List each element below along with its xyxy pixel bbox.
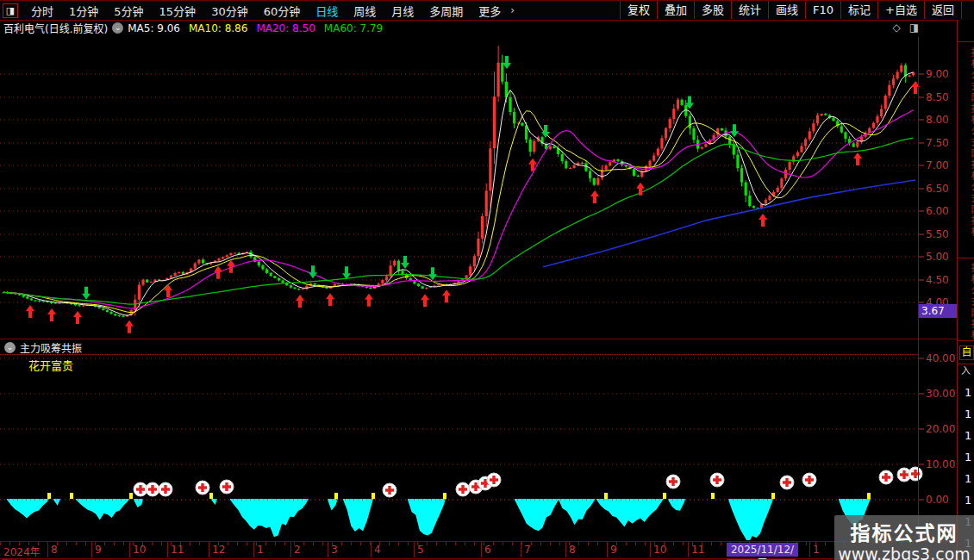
- price-axis-label: 7.00: [926, 159, 955, 171]
- action-f10[interactable]: F10: [805, 1, 840, 19]
- time-axis-separator: [809, 542, 810, 557]
- panel-separator[interactable]: [0, 339, 957, 339]
- action-huaxian[interactable]: 画线: [768, 1, 805, 19]
- action-diejia[interactable]: 叠加: [657, 1, 694, 19]
- corner-icons: ◇ ◨: [892, 22, 919, 34]
- price-axis-label: 5.50: [926, 228, 955, 240]
- current-date-tag: 2025/11/12/三: [727, 543, 798, 557]
- reference-price-tag: 3.67: [919, 304, 958, 318]
- price-axis-label: 6.50: [926, 183, 955, 195]
- time-axis[interactable]: 2025/11/12/三 2024年8910111212345678910111: [0, 541, 957, 559]
- clipped-side-panel: 指标公式网指标公式网指标公式网指标 指标公式网指标 自 入 11111111: [957, 20, 974, 560]
- price-axis-label: 7.50: [926, 137, 955, 149]
- time-axis-separator: [521, 542, 521, 557]
- trading-app-window: ◨ 分时 1分钟 5分钟 15分钟 30分钟 60分钟 日线 周线 月线 多周期…: [0, 0, 974, 560]
- time-axis-month-label: 4: [374, 544, 381, 556]
- ma10-value: MA10: 8.86: [189, 22, 247, 34]
- time-axis-separator: [607, 542, 608, 557]
- period-toolbar: ◨ 分时 1分钟 5分钟 15分钟 30分钟 60分钟 日线 周线 月线 多周期…: [0, 1, 974, 21]
- collapse-chevron-icon[interactable]: ⌄: [112, 22, 123, 34]
- time-axis-month-label: 2024年: [3, 544, 41, 558]
- indicator-header[interactable]: ⌄ 主力吸筹共振: [0, 340, 82, 354]
- site-watermark: 指标公式网 www.zbgs3.com: [834, 515, 974, 560]
- price-axis-label: 4.50: [926, 274, 955, 286]
- clipped-vertical-text: 指标公式网指标公式网指标公式网指标: [967, 47, 974, 238]
- watermark-url: www.zbgs3.com: [834, 544, 974, 560]
- action-fuquan[interactable]: 复权: [620, 1, 657, 19]
- kline-chart-canvas[interactable]: [0, 1, 974, 560]
- time-axis-separator: [290, 542, 291, 557]
- period-tab-1min[interactable]: 1分钟: [61, 3, 106, 19]
- time-axis-separator: [209, 542, 209, 557]
- clipped-digit: 1: [965, 494, 971, 507]
- time-axis-separator: [129, 542, 130, 557]
- clipped-digit: 1: [965, 429, 971, 442]
- time-axis-month-label: 3: [331, 544, 338, 556]
- period-tab-15min[interactable]: 15分钟: [152, 3, 204, 19]
- period-tab-daily[interactable]: 日线: [308, 3, 346, 19]
- indicator-header-divider: [0, 354, 918, 355]
- time-axis-separator: [481, 542, 482, 557]
- period-tab-weekly[interactable]: 周线: [346, 3, 384, 19]
- time-axis-month-label: 1: [257, 544, 264, 556]
- time-axis-month-label: 9: [610, 544, 617, 556]
- price-axis-label: 8.00: [926, 114, 955, 126]
- price-axis-label: 8.50: [926, 91, 955, 103]
- time-axis-separator: [47, 542, 48, 557]
- time-axis-month-label: 11: [691, 544, 704, 556]
- clipped-digit: 1: [965, 451, 971, 464]
- stock-title: 百利电气(日线.前复权): [3, 21, 108, 35]
- diamond-icon[interactable]: ◇: [892, 22, 900, 34]
- indicator-name: 主力吸筹共振: [20, 340, 82, 355]
- period-tab-5min[interactable]: 5分钟: [106, 3, 151, 19]
- action-biaoji[interactable]: 标记: [840, 1, 877, 19]
- indicator-collapse-icon[interactable]: ⌄: [4, 342, 16, 353]
- period-tab-fenshi[interactable]: 分时: [23, 3, 61, 19]
- action-toolbar: 复权 叠加 多股 统计 画线 F10 标记 +自选 返回: [620, 1, 962, 19]
- period-tab-multi[interactable]: 多周期: [421, 3, 471, 19]
- time-axis-month-label: 11: [171, 544, 184, 556]
- price-axis-label: 6.00: [926, 205, 955, 217]
- clipped-digit: 1: [965, 408, 971, 420]
- action-add-watch[interactable]: +自选: [877, 1, 924, 19]
- indicator-axis-label: 20.00: [926, 423, 955, 435]
- more-arrow-icon[interactable]: ›: [509, 4, 515, 16]
- clipped-digit: 1: [965, 386, 971, 399]
- time-axis-month-label: 9: [95, 544, 102, 556]
- action-dugu[interactable]: 多股: [694, 1, 731, 19]
- ma60-value: MA60: 7.79: [324, 22, 383, 34]
- strip-divider: [958, 258, 974, 258]
- clipped-digit: 1: [965, 472, 971, 485]
- indicator-signal-label: 花开富贵: [28, 357, 73, 373]
- time-axis-month-label: 2: [294, 544, 301, 556]
- ma20-value: MA20: 8.50: [256, 22, 315, 34]
- time-axis-separator: [253, 542, 254, 557]
- action-back[interactable]: 返回: [924, 1, 962, 19]
- indicator-axis-label: 0.00: [926, 494, 955, 506]
- clipped-glyph: 入: [961, 363, 971, 376]
- split-view-icon[interactable]: ◨: [909, 22, 919, 34]
- period-tab-more[interactable]: 更多: [471, 3, 509, 19]
- period-tab-monthly[interactable]: 月线: [384, 3, 421, 19]
- action-tongji[interactable]: 统计: [731, 1, 768, 19]
- time-axis-month-label: 10: [653, 544, 666, 556]
- axis-border: [918, 37, 919, 541]
- time-axis-separator: [91, 542, 92, 557]
- time-axis-month-label: 6: [484, 544, 491, 556]
- price-axis-label: 5.00: [926, 251, 955, 263]
- time-axis-separator: [328, 542, 328, 557]
- window-layout-icon[interactable]: ◨: [3, 3, 18, 18]
- clipped-vertical-text: 指标公式网指标: [967, 263, 974, 341]
- strip-divider: [958, 41, 974, 42]
- watermark-site-name: 指标公式网: [834, 517, 974, 546]
- time-axis-separator: [167, 542, 168, 557]
- clipped-tab-label[interactable]: 自: [959, 345, 974, 360]
- period-tab-60min[interactable]: 60分钟: [256, 3, 309, 19]
- time-axis-separator: [688, 542, 689, 557]
- time-axis-month-label: 5: [417, 544, 424, 556]
- price-axis-label: 9.00: [926, 68, 955, 80]
- time-axis-separator: [371, 542, 371, 557]
- period-tab-30min[interactable]: 30分钟: [203, 3, 256, 19]
- time-axis-separator: [565, 542, 566, 557]
- ma5-value: MA5: 9.06: [128, 22, 180, 34]
